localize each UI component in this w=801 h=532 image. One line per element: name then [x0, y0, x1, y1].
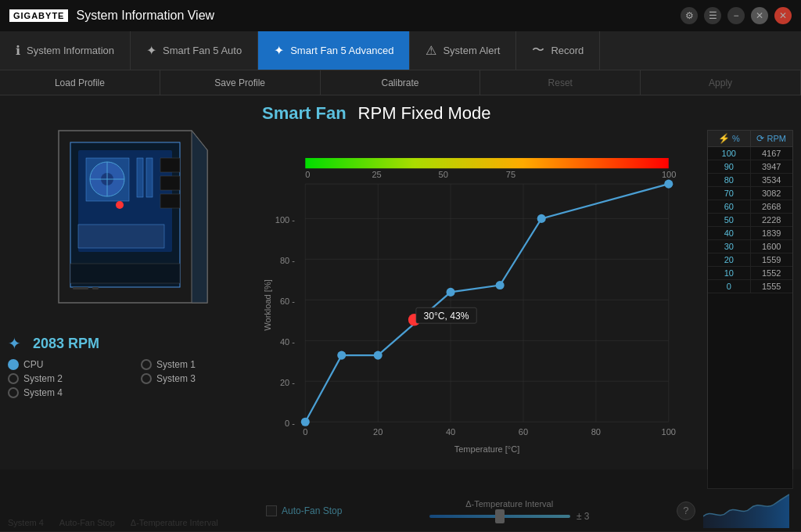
rpm-cell-pct-7: 30 [708, 240, 751, 253]
save-profile-button[interactable]: Save Profile [160, 70, 321, 95]
fan-item-system1[interactable]: System 1 [141, 359, 250, 370]
rpm-row-4[interactable]: 60 2668 [708, 200, 792, 214]
fan-radio-system1[interactable] [141, 359, 152, 370]
title-left: GIGABYTE System Information View [9, 9, 214, 23]
y-label-20: 20 - [280, 378, 295, 387]
pc-illustration [20, 107, 239, 326]
tab-smart-fan-5-auto[interactable]: ✦ Smart Fan 5 Auto [131, 31, 258, 70]
y-label-80: 80 - [280, 256, 295, 265]
load-profile-button[interactable]: Load Profile [0, 70, 160, 95]
chart-point-1[interactable] [337, 351, 346, 360]
y-label-100: 100 - [275, 215, 296, 225]
tab-smart-fan-5-advanced[interactable]: ✦ Smart Fan 5 Advanced [258, 31, 410, 70]
chart-point-6[interactable] [664, 180, 673, 189]
fan-item-system3[interactable]: System 3 [141, 373, 250, 384]
fan-radio-cpu[interactable] [8, 359, 19, 370]
rpm-row-9[interactable]: 10 1552 [708, 267, 792, 280]
title-bar: GIGABYTE System Information View ⚙ ☰ − ✕… [0, 0, 801, 31]
left-panel: ✦ 2083 RPM CPU System 1 System 2 [0, 95, 258, 532]
rpm-cell-pct-9: 10 [708, 267, 751, 279]
svg-rect-9 [78, 225, 164, 248]
y-axis-title: Workload [%] [263, 279, 272, 331]
x-label-40: 40 [446, 427, 455, 437]
apply-button[interactable]: Apply [641, 70, 801, 95]
chart-point-0[interactable] [301, 418, 310, 426]
rpm-cell-rpm-10: 1555 [751, 280, 793, 293]
settings-button[interactable]: ⚙ [681, 7, 698, 24]
fan-label-system3: System 3 [156, 373, 196, 384]
rpm-cell-rpm-1: 3947 [751, 160, 793, 173]
rpm-row-10[interactable]: 0 1555 [708, 280, 792, 293]
rpm-cell-rpm-7: 1600 [751, 240, 793, 253]
fan-label-system4: System 4 [23, 387, 63, 398]
rpm-row-5[interactable]: 50 2228 [708, 214, 792, 227]
fan-rpm: ✦ 2083 RPM [8, 334, 250, 353]
list-button[interactable]: ☰ [704, 7, 721, 24]
rpm-row-6[interactable]: 40 1839 [708, 227, 792, 240]
toolbar: Load Profile Save Profile Calibrate Rese… [0, 70, 801, 95]
fan-item-system4[interactable]: System 4 [8, 387, 117, 398]
rpm-rpm-header: ⟳ RPM [751, 131, 793, 146]
x-label-60: 60 [519, 427, 528, 437]
fan-spin-icon: ✦ [8, 334, 27, 353]
fan-label-system2: System 2 [23, 373, 63, 384]
reset-button[interactable]: Reset [480, 70, 641, 95]
colorbar-label-75: 75 [506, 170, 515, 179]
reflection-fan4: System 4 [8, 518, 44, 527]
fan-auto-icon: ✦ [146, 43, 156, 58]
tab-system-alert[interactable]: ⚠ System Alert [410, 31, 516, 70]
rpm-cell-pct-1: 90 [708, 160, 751, 173]
svg-rect-13 [160, 194, 180, 208]
tab-system-information-label: System Information [27, 45, 114, 56]
rpm-row-0[interactable]: 100 4167 [708, 147, 792, 160]
rpm-row-3[interactable]: 70 3082 [708, 187, 792, 200]
svg-rect-7 [137, 158, 143, 197]
info-icon: ℹ [16, 43, 20, 58]
rpm-cell-pct-3: 70 [708, 187, 751, 200]
gigabyte-logo: GIGABYTE [9, 9, 68, 22]
rpm-cell-pct-2: 80 [708, 174, 751, 186]
chart-point-4[interactable] [496, 281, 505, 289]
calibrate-button[interactable]: Calibrate [321, 70, 481, 95]
svg-rect-8 [146, 158, 153, 197]
chart-point-3[interactable] [447, 288, 455, 297]
close-button[interactable]: ✕ [774, 7, 792, 24]
fan-radio-system3[interactable] [141, 373, 152, 384]
tab-system-information[interactable]: ℹ System Information [0, 31, 131, 70]
chart-container: 0 25 50 75 100 [262, 130, 793, 489]
chart-point-2[interactable] [374, 351, 383, 360]
fan-radio-system4[interactable] [8, 387, 19, 398]
rpm-row-2[interactable]: 80 3534 [708, 174, 792, 187]
x-label-80: 80 [591, 427, 601, 437]
fan-label-cpu: CPU [23, 359, 43, 370]
y-label-60: 60 - [280, 297, 295, 306]
main-content: ✦ 2083 RPM CPU System 1 System 2 [0, 95, 801, 532]
chart-title-mode: RPM Fixed Mode [358, 103, 491, 124]
x-label-0: 0 [303, 427, 307, 437]
colorbar-label-100: 100 [662, 170, 676, 179]
svg-rect-11 [160, 158, 180, 172]
color-bar [305, 158, 668, 168]
x-label-20: 20 [373, 427, 383, 437]
y-label-0: 0 - [285, 419, 295, 428]
rpm-row-1[interactable]: 90 3947 [708, 160, 792, 174]
rpm-display: 2083 RPM [33, 336, 99, 352]
rpm-row-8[interactable]: 20 1559 [708, 253, 792, 267]
rpm-pct-header: ⚡ % [708, 131, 751, 146]
minimize-button[interactable]: − [727, 7, 745, 24]
rpm-cell-rpm-6: 1839 [751, 227, 793, 239]
chart-point-5[interactable] [537, 214, 546, 223]
tab-record[interactable]: 〜 Record [516, 31, 600, 70]
fan-list: CPU System 1 System 2 System 3 System 4 [8, 359, 250, 398]
x-label-100: 100 [662, 427, 676, 437]
rpm-cell-pct-4: 60 [708, 200, 751, 213]
rpm-cell-pct-0: 100 [708, 147, 751, 160]
colorbar-label-50: 50 [439, 170, 448, 179]
restore-button[interactable]: ✕ [751, 7, 768, 24]
rpm-row-7[interactable]: 30 1600 [708, 240, 792, 253]
fan-item-cpu[interactable]: CPU [8, 359, 117, 370]
fan-item-system2[interactable]: System 2 [8, 373, 117, 384]
svg-rect-16 [92, 287, 99, 289]
chart-svg-area[interactable]: 0 25 50 75 100 [262, 130, 703, 489]
fan-radio-system2[interactable] [8, 373, 19, 384]
